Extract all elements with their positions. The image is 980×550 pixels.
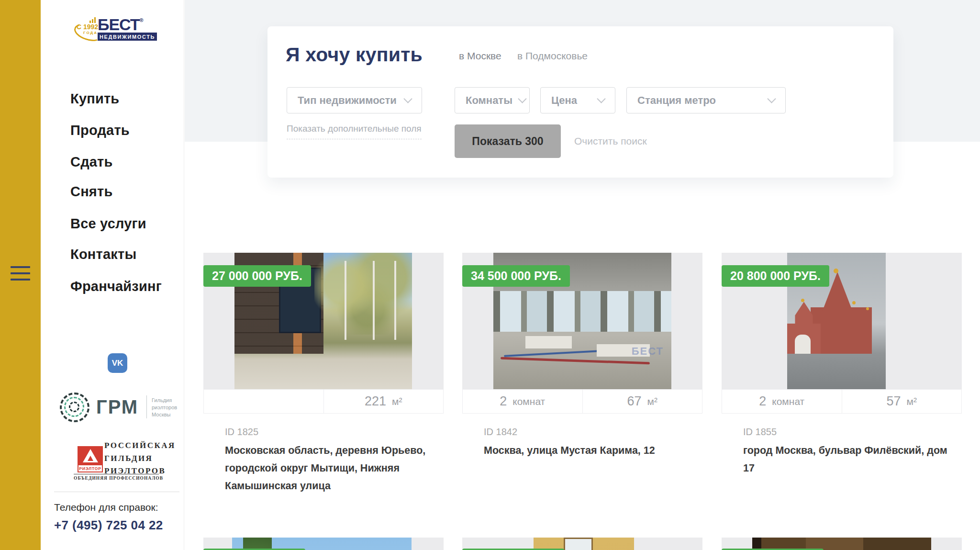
chevron-down-icon xyxy=(767,94,776,103)
rgr-title: РОССИЙСКАЯ ГИЛЬДИЯ РИЭЛТОРОВ xyxy=(104,439,162,478)
logo-name: БЕСТ xyxy=(98,15,140,34)
price-badge: 34 500 000 РУБ. xyxy=(462,265,570,287)
chevron-down-icon xyxy=(518,94,526,103)
sidebar-item-sell[interactable]: Продать xyxy=(70,123,130,138)
logo-subtitle: НЕДВИЖИМОСТЬ xyxy=(98,33,157,41)
filter-rooms[interactable]: Комнаты xyxy=(455,87,530,113)
sidebar-item-services[interactable]: Все услуги xyxy=(70,216,146,232)
area-cell: 67 м² xyxy=(583,390,702,413)
company-logo[interactable]: С 1992 ГОДА БЕСТ® НЕДВИЖИМОСТЬ xyxy=(76,17,157,40)
listing-address: Московская область, деревня Юрьево, горо… xyxy=(225,442,431,495)
listing-meta-strip: 221 м² xyxy=(203,389,444,414)
chevron-down-icon xyxy=(403,94,412,103)
price-badge: 27 000 000 РУБ. xyxy=(203,265,311,287)
hamburger-menu-icon[interactable] xyxy=(11,266,30,281)
sidebar-item-rent[interactable]: Снять xyxy=(70,184,112,200)
sidebar-item-contacts[interactable]: Контакты xyxy=(70,247,136,262)
area-cell: 57 м² xyxy=(842,390,962,413)
filter-property-type[interactable]: Тип недвижимости xyxy=(287,87,422,113)
listing-meta-strip: 2 комнат 57 м² xyxy=(722,389,962,414)
listing-meta-strip: 2 комнат 67 м² xyxy=(462,389,702,414)
listing-card-partial[interactable] xyxy=(722,538,962,550)
grm-guild-logo: ГРМ Гильдия риэлторов Москвы xyxy=(60,393,170,424)
show-results-button[interactable]: Показать 300 xyxy=(455,124,561,158)
show-more-fields-link[interactable]: Показать дополнительные поля xyxy=(287,123,422,139)
search-panel: Я хочу купить в Москве в Подмосковье Тип… xyxy=(267,26,893,178)
rooms-cell: 2 комнат xyxy=(722,390,842,413)
phone-label: Телефон для справок: xyxy=(54,502,158,513)
listing-address: город Москва, бульвар Филёвский, дом 17 xyxy=(743,442,949,477)
grm-caption: Гильдия риэлторов Москвы xyxy=(152,397,177,418)
listing-photo-background: 27 000 000 РУБ. xyxy=(203,253,444,389)
phone-number[interactable]: +7 (495) 725 04 22 xyxy=(54,518,163,533)
tab-moscow-region[interactable]: в Подмосковье xyxy=(517,50,588,62)
listing-id: ID 1855 xyxy=(743,427,777,438)
filter-metro-station[interactable]: Станция метро xyxy=(626,87,786,113)
building-icon xyxy=(89,17,96,23)
sidebar: С 1992 ГОДА БЕСТ® НЕДВИЖИМОСТЬ Купить Пр… xyxy=(41,0,184,550)
rooms-cell: 2 комнат xyxy=(463,390,583,413)
vk-social-icon[interactable]: VK xyxy=(108,353,127,373)
listing-card-partial[interactable] xyxy=(203,538,444,550)
tab-moscow[interactable]: в Москве xyxy=(459,50,501,62)
clear-search-link[interactable]: Очистить поиск xyxy=(574,135,647,147)
chevron-down-icon xyxy=(597,94,605,103)
page: С 1992 ГОДА БЕСТ® НЕДВИЖИМОСТЬ Купить Пр… xyxy=(0,0,980,550)
photo-watermark: БЕСТ xyxy=(632,345,664,358)
sidebar-divider xyxy=(54,492,179,492)
logo-registered-mark: ® xyxy=(140,17,144,23)
listing-address: Москва, улица Мустая Карима, 12 xyxy=(484,442,690,460)
listing-id: ID 1825 xyxy=(225,427,258,438)
area-cell: 221 м² xyxy=(324,390,444,413)
sidebar-item-buy[interactable]: Купить xyxy=(70,91,119,107)
listing-id: ID 1842 xyxy=(484,427,517,438)
rgr-tagline: ОБЪЕДИНЯЯ ПРОФЕССИОНАЛОВ xyxy=(74,476,161,481)
sidebar-item-rent-out[interactable]: Сдать xyxy=(70,154,113,170)
listing-photo-background: БЕСТ 34 500 000 РУБ. xyxy=(462,253,702,389)
filter-price[interactable]: Цена xyxy=(540,87,615,113)
rooms-cell xyxy=(204,390,324,413)
sidebar-item-franchising[interactable]: Франчайзинг xyxy=(70,279,162,294)
logo-since-block: С 1992 ГОДА xyxy=(76,17,97,40)
price-badge: 20 800 000 РУБ. xyxy=(722,265,829,287)
listing-card-partial[interactable] xyxy=(462,538,702,550)
listing-photo-background: 20 800 000 РУБ. xyxy=(722,253,962,389)
rgr-emblem-icon: РИЭЛТОР xyxy=(78,446,103,472)
grm-abbr: ГРМ xyxy=(96,396,138,418)
search-title: Я хочу купить xyxy=(286,44,423,66)
